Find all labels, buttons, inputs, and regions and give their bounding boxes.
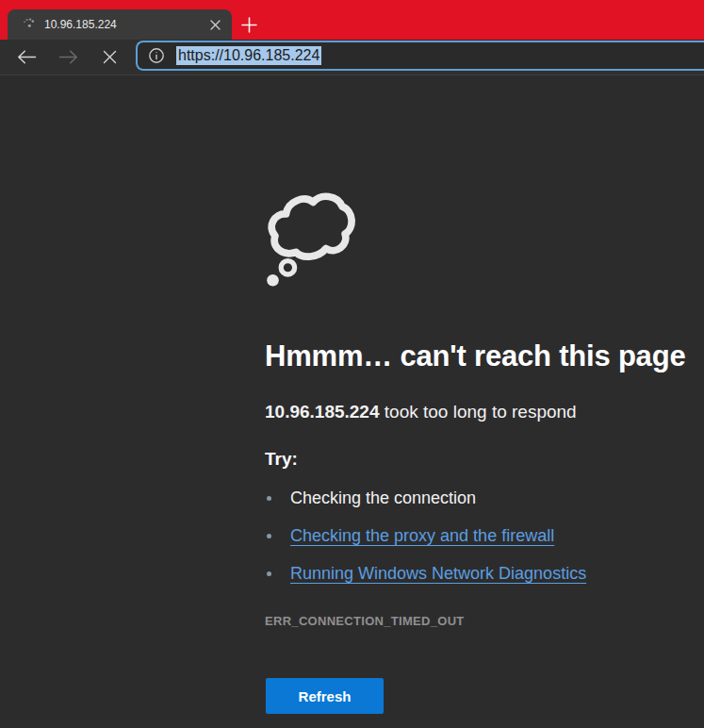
tab-title: 10.96.185.224 (44, 18, 206, 31)
suggestion-list: Checking the connection Checking the pro… (265, 488, 704, 584)
url-input[interactable]: https://10.96.185.224 (176, 46, 321, 65)
try-label: Try: (265, 448, 704, 471)
address-bar[interactable]: https://10.96.185.224 (136, 41, 704, 71)
error-subtitle-text: took too long to respond (380, 402, 577, 422)
suggestion-link-proxy-firewall[interactable]: Checking the proxy and the firewall (290, 526, 554, 546)
list-item: Running Windows Network Diagnostics (265, 564, 704, 584)
suggestion-check-connection: Checking the connection (290, 488, 476, 508)
suggestion-link-network-diagnostics[interactable]: Running Windows Network Diagnostics (290, 564, 586, 584)
list-item: Checking the proxy and the firewall (265, 526, 704, 546)
active-tab[interactable]: 10.96.185.224 (8, 9, 232, 40)
arrow-left-icon (17, 50, 37, 64)
refresh-button[interactable]: Refresh (266, 678, 384, 714)
bullet-icon (267, 571, 271, 576)
error-code: ERR_CONNECTION_TIMED_OUT (265, 614, 704, 628)
thought-bubble-icon (265, 187, 356, 287)
tab-strip: 10.96.185.224 (0, 0, 704, 40)
close-icon (103, 50, 117, 64)
list-item: Checking the connection (265, 488, 704, 508)
tab-close-icon[interactable] (206, 16, 223, 33)
stop-button[interactable] (96, 42, 123, 71)
error-title: Hmmm… can't reach this page (265, 339, 704, 373)
bullet-icon (267, 496, 271, 501)
navigation-toolbar: https://10.96.185.224 (0, 40, 704, 75)
error-host: 10.96.185.224 (265, 402, 380, 422)
forward-button (55, 42, 81, 71)
arrow-right-icon (58, 50, 78, 64)
back-button[interactable] (13, 42, 40, 71)
browser-window: 10.96.185.224 (0, 0, 704, 728)
error-subtitle: 10.96.185.224 took too long to respond (265, 401, 704, 423)
error-page: Hmmm… can't reach this page 10.96.185.22… (0, 75, 704, 728)
info-icon[interactable] (148, 47, 165, 64)
bullet-icon (267, 534, 271, 538)
new-tab-button[interactable] (236, 11, 262, 38)
loading-spinner-icon (21, 17, 36, 32)
